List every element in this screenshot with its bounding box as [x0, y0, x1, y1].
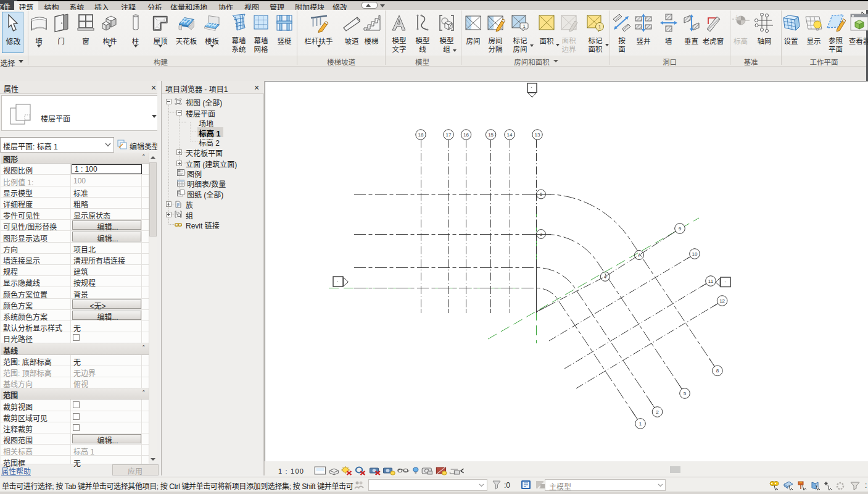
- svg-text:14: 14: [507, 132, 513, 138]
- svg-text:3: 3: [540, 232, 542, 237]
- svg-text:1: 1: [523, 23, 525, 29]
- svg-text:5: 5: [684, 391, 687, 396]
- svg-text:9: 9: [679, 226, 682, 232]
- svg-text:1: 1: [598, 24, 601, 30]
- svg-text:18: 18: [418, 132, 424, 138]
- svg-text:4: 4: [604, 275, 606, 279]
- svg-text:17: 17: [446, 132, 452, 138]
- svg-text:15: 15: [488, 132, 494, 138]
- svg-text:12: 12: [719, 298, 725, 304]
- svg-text:11: 11: [708, 278, 714, 284]
- svg-text:2: 2: [656, 409, 659, 415]
- svg-text:6: 6: [540, 192, 542, 196]
- svg-text:10: 10: [692, 251, 698, 257]
- svg-text:13: 13: [535, 132, 540, 138]
- svg-text:7: 7: [638, 253, 640, 257]
- svg-text:8: 8: [716, 368, 719, 374]
- svg-text:1: 1: [639, 421, 642, 427]
- svg-text:16: 16: [463, 132, 469, 138]
